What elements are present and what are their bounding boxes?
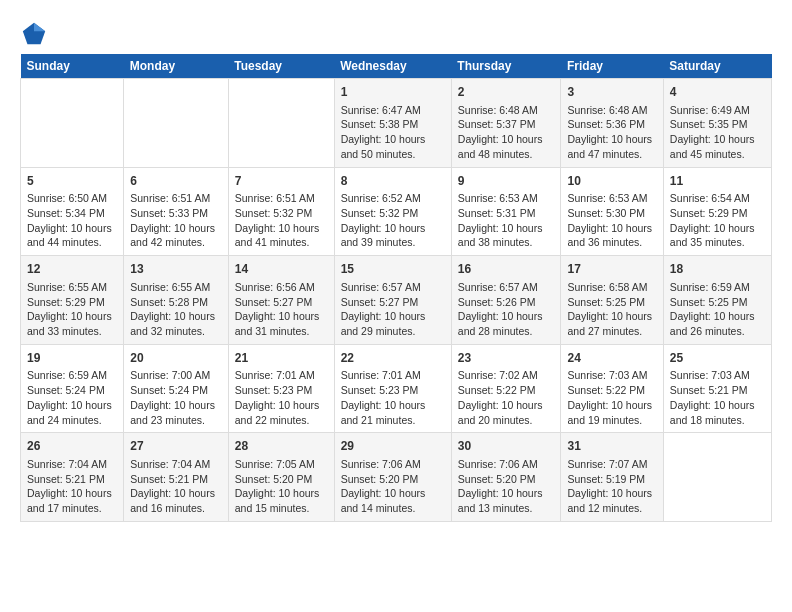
day-header-tuesday: Tuesday [228, 54, 334, 79]
calendar-cell: 16Sunrise: 6:57 AMSunset: 5:26 PMDayligh… [451, 256, 561, 345]
cell-info: Sunset: 5:20 PM [458, 472, 555, 487]
day-number: 30 [458, 438, 555, 455]
day-number: 5 [27, 173, 117, 190]
cell-info: Sunset: 5:29 PM [670, 206, 765, 221]
calendar-cell: 3Sunrise: 6:48 AMSunset: 5:36 PMDaylight… [561, 79, 663, 168]
cell-info: Sunset: 5:21 PM [27, 472, 117, 487]
cell-info: Sunrise: 6:49 AM [670, 103, 765, 118]
cell-info: Sunset: 5:29 PM [27, 295, 117, 310]
cell-info: Daylight: 10 hours and 28 minutes. [458, 309, 555, 338]
header-row: SundayMondayTuesdayWednesdayThursdayFrid… [21, 54, 772, 79]
calendar-cell: 26Sunrise: 7:04 AMSunset: 5:21 PMDayligh… [21, 433, 124, 522]
cell-info: Daylight: 10 hours and 41 minutes. [235, 221, 328, 250]
header [20, 20, 772, 48]
week-row-3: 12Sunrise: 6:55 AMSunset: 5:29 PMDayligh… [21, 256, 772, 345]
cell-info: Sunrise: 7:02 AM [458, 368, 555, 383]
cell-info: Sunrise: 6:57 AM [341, 280, 445, 295]
cell-info: Sunrise: 6:58 AM [567, 280, 656, 295]
cell-info: Sunset: 5:23 PM [235, 383, 328, 398]
day-number: 9 [458, 173, 555, 190]
cell-info: Daylight: 10 hours and 16 minutes. [130, 486, 221, 515]
cell-info: Sunrise: 6:57 AM [458, 280, 555, 295]
day-number: 29 [341, 438, 445, 455]
cell-info: Daylight: 10 hours and 36 minutes. [567, 221, 656, 250]
calendar-cell: 14Sunrise: 6:56 AMSunset: 5:27 PMDayligh… [228, 256, 334, 345]
calendar-cell: 7Sunrise: 6:51 AMSunset: 5:32 PMDaylight… [228, 167, 334, 256]
calendar-cell: 18Sunrise: 6:59 AMSunset: 5:25 PMDayligh… [663, 256, 771, 345]
cell-info: Sunrise: 6:55 AM [130, 280, 221, 295]
cell-info: Sunset: 5:32 PM [235, 206, 328, 221]
cell-info: Sunset: 5:34 PM [27, 206, 117, 221]
day-number: 13 [130, 261, 221, 278]
calendar-cell: 11Sunrise: 6:54 AMSunset: 5:29 PMDayligh… [663, 167, 771, 256]
day-number: 2 [458, 84, 555, 101]
calendar-cell: 24Sunrise: 7:03 AMSunset: 5:22 PMDayligh… [561, 344, 663, 433]
day-number: 27 [130, 438, 221, 455]
cell-info: Sunrise: 6:51 AM [235, 191, 328, 206]
cell-info: Sunset: 5:22 PM [458, 383, 555, 398]
cell-info: Sunrise: 7:01 AM [235, 368, 328, 383]
calendar-cell: 4Sunrise: 6:49 AMSunset: 5:35 PMDaylight… [663, 79, 771, 168]
calendar-cell: 9Sunrise: 6:53 AMSunset: 5:31 PMDaylight… [451, 167, 561, 256]
cell-info: Daylight: 10 hours and 22 minutes. [235, 398, 328, 427]
day-number: 25 [670, 350, 765, 367]
cell-info: Sunrise: 7:04 AM [130, 457, 221, 472]
cell-info: Daylight: 10 hours and 21 minutes. [341, 398, 445, 427]
calendar-cell: 15Sunrise: 6:57 AMSunset: 5:27 PMDayligh… [334, 256, 451, 345]
calendar-cell [228, 79, 334, 168]
cell-info: Sunrise: 6:56 AM [235, 280, 328, 295]
cell-info: Sunset: 5:30 PM [567, 206, 656, 221]
logo-icon [20, 20, 48, 48]
cell-info: Daylight: 10 hours and 50 minutes. [341, 132, 445, 161]
day-number: 10 [567, 173, 656, 190]
cell-info: Sunrise: 6:54 AM [670, 191, 765, 206]
calendar-cell: 30Sunrise: 7:06 AMSunset: 5:20 PMDayligh… [451, 433, 561, 522]
calendar-cell: 6Sunrise: 6:51 AMSunset: 5:33 PMDaylight… [124, 167, 228, 256]
day-number: 8 [341, 173, 445, 190]
day-number: 12 [27, 261, 117, 278]
day-number: 4 [670, 84, 765, 101]
day-number: 11 [670, 173, 765, 190]
day-header-wednesday: Wednesday [334, 54, 451, 79]
day-number: 7 [235, 173, 328, 190]
cell-info: Sunrise: 7:04 AM [27, 457, 117, 472]
cell-info: Sunset: 5:27 PM [341, 295, 445, 310]
calendar-cell: 10Sunrise: 6:53 AMSunset: 5:30 PMDayligh… [561, 167, 663, 256]
page: SundayMondayTuesdayWednesdayThursdayFrid… [0, 0, 792, 532]
calendar-cell: 31Sunrise: 7:07 AMSunset: 5:19 PMDayligh… [561, 433, 663, 522]
calendar-cell [21, 79, 124, 168]
day-number: 31 [567, 438, 656, 455]
cell-info: Sunrise: 6:53 AM [567, 191, 656, 206]
calendar-cell: 2Sunrise: 6:48 AMSunset: 5:37 PMDaylight… [451, 79, 561, 168]
cell-info: Daylight: 10 hours and 29 minutes. [341, 309, 445, 338]
cell-info: Daylight: 10 hours and 33 minutes. [27, 309, 117, 338]
cell-info: Sunset: 5:23 PM [341, 383, 445, 398]
cell-info: Sunset: 5:27 PM [235, 295, 328, 310]
cell-info: Sunset: 5:38 PM [341, 117, 445, 132]
cell-info: Sunrise: 6:59 AM [670, 280, 765, 295]
day-number: 26 [27, 438, 117, 455]
cell-info: Daylight: 10 hours and 39 minutes. [341, 221, 445, 250]
cell-info: Daylight: 10 hours and 15 minutes. [235, 486, 328, 515]
cell-info: Sunrise: 6:52 AM [341, 191, 445, 206]
cell-info: Daylight: 10 hours and 17 minutes. [27, 486, 117, 515]
cell-info: Daylight: 10 hours and 23 minutes. [130, 398, 221, 427]
day-number: 19 [27, 350, 117, 367]
cell-info: Sunset: 5:33 PM [130, 206, 221, 221]
calendar-cell: 27Sunrise: 7:04 AMSunset: 5:21 PMDayligh… [124, 433, 228, 522]
cell-info: Daylight: 10 hours and 45 minutes. [670, 132, 765, 161]
day-number: 20 [130, 350, 221, 367]
cell-info: Sunset: 5:28 PM [130, 295, 221, 310]
cell-info: Sunrise: 6:48 AM [458, 103, 555, 118]
cell-info: Daylight: 10 hours and 44 minutes. [27, 221, 117, 250]
day-number: 14 [235, 261, 328, 278]
calendar-cell: 5Sunrise: 6:50 AMSunset: 5:34 PMDaylight… [21, 167, 124, 256]
day-number: 3 [567, 84, 656, 101]
svg-marker-1 [34, 23, 45, 31]
cell-info: Sunrise: 6:51 AM [130, 191, 221, 206]
cell-info: Sunrise: 7:00 AM [130, 368, 221, 383]
calendar-table: SundayMondayTuesdayWednesdayThursdayFrid… [20, 54, 772, 522]
cell-info: Sunrise: 6:55 AM [27, 280, 117, 295]
cell-info: Sunset: 5:24 PM [130, 383, 221, 398]
calendar-cell: 21Sunrise: 7:01 AMSunset: 5:23 PMDayligh… [228, 344, 334, 433]
